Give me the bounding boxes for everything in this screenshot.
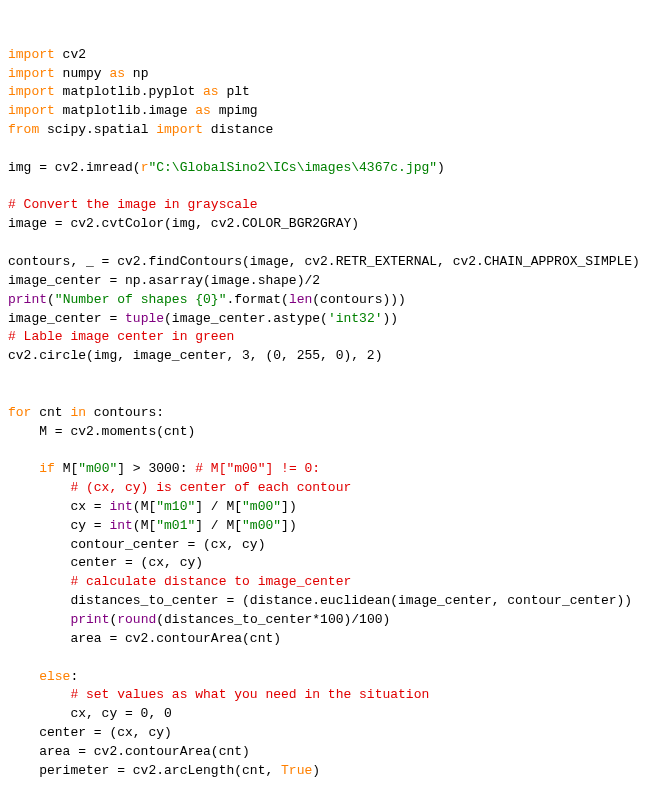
line-imread: img = cv2.imread(r"C:\GlobalSino2\ICs\im… xyxy=(8,160,445,175)
line-else: else: xyxy=(8,669,78,684)
line-cy: cy = int(M["m01"] / M["m00"]) xyxy=(8,518,297,533)
line-import-mpimg: import matplotlib.image as mpimg xyxy=(8,103,258,118)
comment-calc-distance: # calculate distance to image_center xyxy=(8,574,351,589)
line-area-2: area = cv2.contourArea(cnt) xyxy=(8,744,250,759)
line-from-scipy: from scipy.spatial import distance xyxy=(8,122,273,137)
line-center-1: center = (cx, cy) xyxy=(8,555,203,570)
line-image-center-1: image_center = np.asarray(image.shape)/2 xyxy=(8,273,320,288)
line-image-center-2: image_center = tuple(image_center.astype… xyxy=(8,311,398,326)
line-cvtcolor: image = cv2.cvtColor(img, cv2.COLOR_BGR2… xyxy=(8,216,359,231)
comment-green-center: # Lable image center in green xyxy=(8,329,234,344)
comment-else: # set values as what you need in the sit… xyxy=(8,687,429,702)
line-cxcy-zero: cx, cy = 0, 0 xyxy=(8,706,172,721)
line-area-1: area = cv2.contourArea(cnt) xyxy=(8,631,281,646)
line-perimeter: perimeter = cv2.arcLength(cnt, True) xyxy=(8,763,320,778)
line-for: for cnt in contours: xyxy=(8,405,164,420)
line-import-cv2: import cv2 xyxy=(8,47,86,62)
comment-center-each: # (cx, cy) is center of each contour xyxy=(8,480,351,495)
line-print-shapes: print("Number of shapes {0}".format(len(… xyxy=(8,292,406,307)
line-print-dist: print(round(distances_to_center*100)/100… xyxy=(8,612,390,627)
line-findcontours: contours, _ = cv2.findContours(image, cv… xyxy=(8,254,640,269)
line-contour-center: contour_center = (cx, cy) xyxy=(8,537,265,552)
line-import-numpy: import numpy as np xyxy=(8,66,148,81)
line-center-2: center = (cx, cy) xyxy=(8,725,172,740)
line-circle: cv2.circle(img, image_center, 3, (0, 255… xyxy=(8,348,382,363)
code-block: import cv2 import numpy as np import mat… xyxy=(8,46,643,800)
comment-grayscale: # Convert the image in grayscale xyxy=(8,197,258,212)
line-moments: M = cv2.moments(cnt) xyxy=(8,424,195,439)
line-distances: distances_to_center = (distance.euclidea… xyxy=(8,593,632,608)
line-import-plt: import matplotlib.pyplot as plt xyxy=(8,84,250,99)
line-cx: cx = int(M["m10"] / M["m00"]) xyxy=(8,499,297,514)
line-if: if M["m00"] > 3000: # M["m00"] != 0: xyxy=(8,461,320,476)
